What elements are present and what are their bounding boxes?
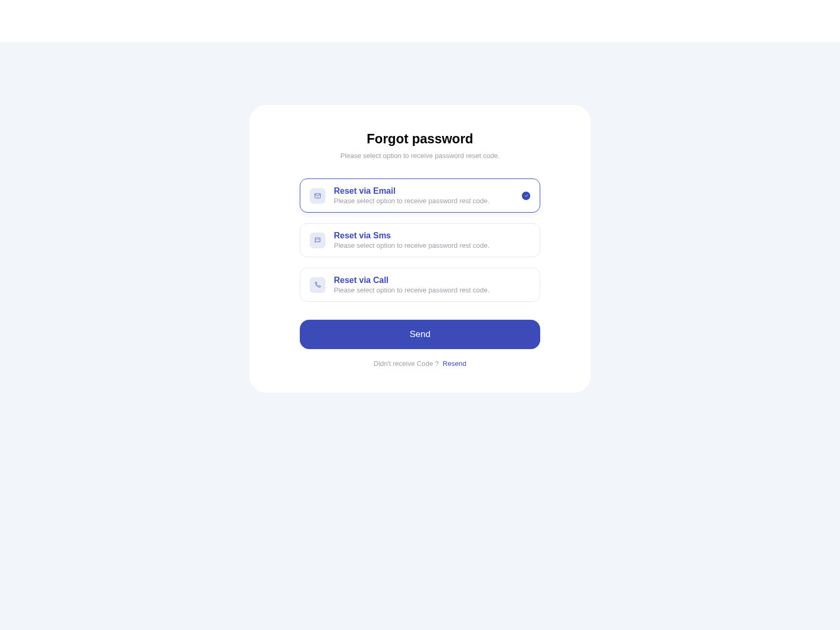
footer-text: Didn't receive Code ? Resend bbox=[300, 360, 540, 368]
option-title: Reset via Call bbox=[334, 276, 530, 285]
footer-prompt: Didn't receive Code ? bbox=[374, 360, 439, 368]
option-text-container: Reset via Call Please select option to r… bbox=[334, 276, 530, 294]
option-desc: Please select option to receive password… bbox=[334, 197, 513, 205]
resend-link[interactable]: Resend bbox=[443, 360, 466, 368]
email-icon bbox=[310, 188, 326, 204]
option-text-container: Reset via Email Please select option to … bbox=[334, 186, 513, 205]
forgot-password-card: Forgot password Please select option to … bbox=[249, 105, 591, 393]
option-desc: Please select option to receive password… bbox=[334, 242, 530, 249]
page-title: Forgot password bbox=[300, 131, 540, 146]
option-title: Reset via Email bbox=[334, 186, 513, 196]
sms-icon bbox=[310, 233, 326, 248]
check-icon bbox=[522, 192, 530, 200]
option-reset-sms[interactable]: Reset via Sms Please select option to re… bbox=[300, 223, 540, 257]
option-reset-call[interactable]: Reset via Call Please select option to r… bbox=[300, 268, 540, 302]
option-text-container: Reset via Sms Please select option to re… bbox=[334, 231, 530, 249]
option-desc: Please select option to receive password… bbox=[334, 286, 530, 294]
send-button[interactable]: Send bbox=[300, 320, 540, 349]
page-background: Forgot password Please select option to … bbox=[0, 42, 840, 630]
page-subtitle: Please select option to receive password… bbox=[300, 152, 540, 160]
option-reset-email[interactable]: Reset via Email Please select option to … bbox=[300, 178, 540, 213]
svg-rect-0 bbox=[315, 193, 321, 197]
option-title: Reset via Sms bbox=[334, 231, 530, 240]
phone-icon bbox=[310, 277, 326, 293]
